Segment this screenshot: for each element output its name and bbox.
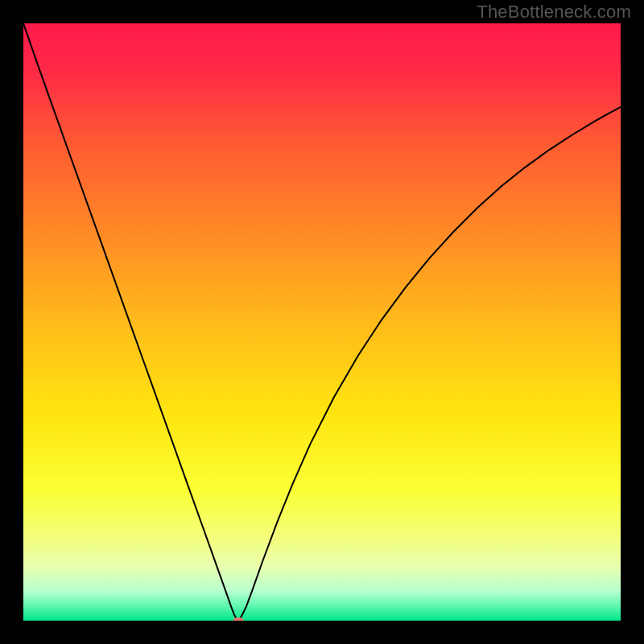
bottleneck-chart bbox=[0, 0, 644, 644]
plot-background bbox=[23, 23, 621, 621]
optimum-marker bbox=[233, 617, 243, 624]
watermark-text: TheBottleneck.com bbox=[477, 2, 631, 23]
chart-frame: TheBottleneck.com bbox=[0, 0, 644, 644]
